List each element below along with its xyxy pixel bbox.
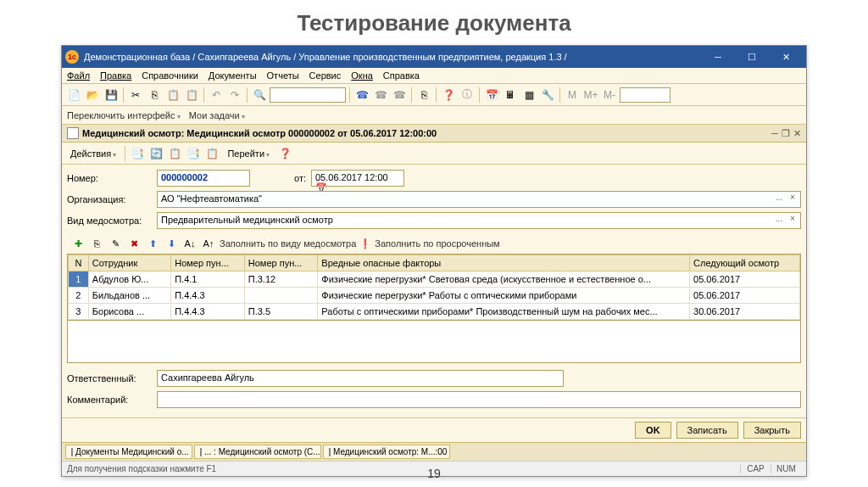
doc-minimize-icon[interactable]: ─ [771,128,778,139]
comment-input[interactable] [157,391,801,408]
paste-icon[interactable]: 📋 [164,87,181,104]
col-n[interactable]: N [69,255,89,271]
org-select-icon[interactable]: ... [773,193,785,202]
doc-icon [67,127,79,139]
open-icon[interactable]: 📂 [84,87,101,104]
menu-service[interactable]: Сервис [309,70,342,81]
tab-3[interactable]: Медицинский осмотр: М...:00 [323,445,450,459]
tab-icon [329,448,331,456]
tab-1[interactable]: Документы Медицинский о... [65,445,192,459]
fill-by-type-link[interactable]: Заполнить по виду медосмотра [220,238,356,249]
minimize-button[interactable]: ─ [701,46,735,68]
m-input[interactable] [620,87,670,103]
redo-icon[interactable]: ↷ [226,87,243,104]
titlebar: 1с Демонстрационная база / Сахипгареева … [62,46,806,68]
app-icon: 1с [65,50,79,64]
table-row[interactable]: 2Бильданов ...П.4.4.3Физические перегруз… [69,288,800,304]
doc-back-icon[interactable]: 📑 [129,145,146,162]
new-icon[interactable]: 📄 [65,87,82,104]
m-icon[interactable]: M [564,87,581,104]
doc-help-icon[interactable]: ❓ [276,145,293,162]
menu-edit[interactable]: Правка [100,70,131,81]
table-row[interactable]: 3Борисова ...П.4.4.3П.3.5Работы с оптиче… [69,304,800,320]
type-input[interactable]: Предварительный медицинский осмотр ...× [157,212,801,229]
help-icon[interactable]: ❓ [440,87,457,104]
calc-icon[interactable]: 🖩 [502,87,519,104]
col-point2[interactable]: Номер пун... [244,255,318,271]
comment-label: Комментарий: [67,395,152,405]
document-form: Номер: 000000002 от: 05.06.2017 12:00 📅 … [62,165,806,417]
col-employee[interactable]: Сотрудник [88,255,170,271]
sort-desc-icon[interactable]: A↑ [201,236,216,251]
warning-icon: ❗ [359,238,371,249]
search-icon[interactable]: 🔍 [251,87,268,104]
mplus-icon[interactable]: M+ [582,87,599,104]
cut-icon[interactable]: ✂ [127,87,144,104]
cap-indicator: CAP [740,464,771,473]
doc-close-icon[interactable]: ✕ [793,128,801,139]
doc-refresh-icon[interactable]: 🔄 [147,145,164,162]
menu-windows[interactable]: Окна [351,70,373,81]
org-clear-icon[interactable]: × [787,193,798,202]
tab-icon [200,448,202,456]
col-next[interactable]: Следующий осмотр [690,255,800,271]
undo-icon[interactable]: ↶ [208,87,225,104]
table-row[interactable]: 1Абдулов Ю...П.4.1П.3.12Физические перег… [69,271,800,288]
doc-sheet-icon[interactable]: 📋 [166,145,183,162]
employees-grid[interactable]: N Сотрудник Номер пун... Номер пун... Вр… [67,254,801,321]
tool-icon[interactable]: 🔧 [539,87,556,104]
tab-2[interactable]: ... : Медицинский осмотр (С... [194,445,321,459]
col-point1[interactable]: Номер пун... [171,255,245,271]
call2-icon[interactable]: ☎ [372,87,389,104]
menu-help[interactable]: Справка [383,70,420,81]
doc-restore-icon[interactable]: ❐ [782,128,790,139]
add-row-icon[interactable]: ✚ [70,236,86,251]
sort-asc-icon[interactable]: A↓ [182,236,198,251]
document-tab-header: Медицинский осмотр: Медицинский осмотр 0… [62,125,806,143]
number-input[interactable]: 000000002 [157,170,250,187]
copy-row-icon[interactable]: ⎘ [89,236,104,251]
call3-icon[interactable]: ☎ [391,87,408,104]
move-up-icon[interactable]: ⬆ [145,236,160,251]
delete-row-icon[interactable]: ✖ [126,236,142,251]
menu-documents[interactable]: Документы [209,70,257,81]
goto-dropdown[interactable]: Перейти [222,147,275,160]
search-input[interactable] [270,87,346,103]
menu-file[interactable]: Файл [67,70,90,81]
copy-icon[interactable]: ⎘ [146,87,163,104]
actions-dropdown[interactable]: Действия [65,147,121,160]
save-icon[interactable]: 💾 [103,87,120,104]
type-select-icon[interactable]: ... [773,214,785,223]
responsible-input[interactable]: Сахипгареева Айгуль [157,370,564,387]
calendar-icon[interactable]: 📅 [483,87,500,104]
ok-button[interactable]: OK [635,422,671,439]
cancel-button[interactable]: Закрыть [743,422,801,439]
date-input[interactable]: 05.06.2017 12:00 📅 [311,170,404,187]
maximize-button[interactable]: ☐ [735,46,769,68]
slide-title: Тестирование документа [0,10,868,36]
fill-overdue-link[interactable]: Заполнить по просроченным [375,238,499,249]
info-icon[interactable]: ⓘ [459,87,476,104]
type-label: Вид медосмотра: [67,216,152,226]
org-input[interactable]: АО "Нефтеавтоматика" ...× [157,191,801,208]
call-icon[interactable]: ☎ [353,87,370,104]
menu-reports[interactable]: Отчеты [267,70,299,81]
edit-row-icon[interactable]: ✎ [108,236,123,251]
grid-toolbar: ✚ ⎘ ✎ ✖ ⬆ ⬇ A↓ A↑ Заполнить по виду медо… [67,233,801,254]
main-toolbar: 📄 📂 💾 ✂ ⎘ 📋 📋 ↶ ↷ 🔍 ☎ ☎ ☎ ⎘ ❓ ⓘ 📅 � [62,84,806,106]
window-tabs: Документы Медицинский о... ... : Медицин… [62,442,806,461]
grid-icon[interactable]: ▦ [520,87,537,104]
type-clear-icon[interactable]: × [787,214,798,223]
move-down-icon[interactable]: ⬇ [164,236,179,251]
copy2-icon[interactable]: ⎘ [415,87,432,104]
my-tasks[interactable]: Мои задачи [189,110,245,120]
close-button[interactable]: ✕ [769,46,803,68]
menu-catalogs[interactable]: Справочники [142,70,198,81]
col-factors[interactable]: Вредные опасные факторы [318,255,690,271]
switch-interface[interactable]: Переключить интерфейс [67,110,181,120]
clipboard-icon[interactable]: 📋 [183,87,200,104]
mminus-icon[interactable]: M- [601,87,618,104]
doc-struct-icon[interactable]: 📋 [203,145,220,162]
doc-post-icon[interactable]: 📑 [185,145,202,162]
save-button[interactable]: Записать [676,422,738,439]
